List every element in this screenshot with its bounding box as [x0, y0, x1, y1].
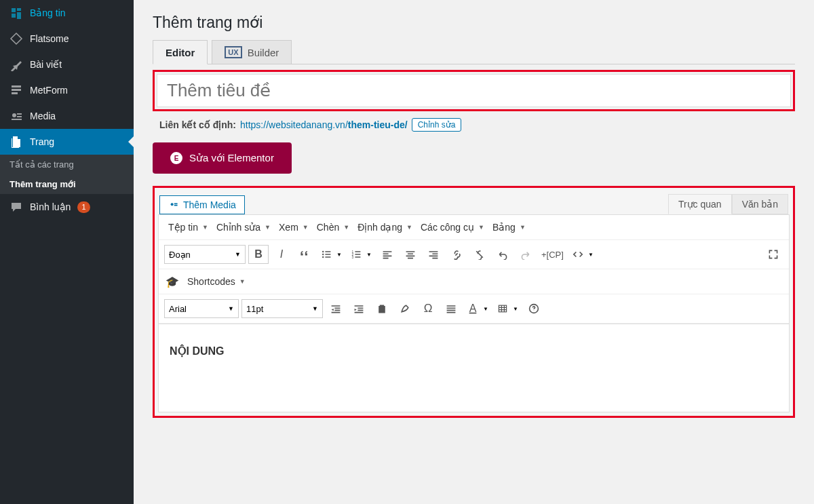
table-button[interactable]: ▼	[494, 298, 521, 319]
italic-button[interactable]: I	[271, 245, 292, 264]
sidebar-label: Media	[30, 111, 56, 121]
comment-badge: 1	[77, 201, 90, 213]
link-button[interactable]	[446, 245, 467, 264]
font-size-select[interactable]: 11pt▼	[241, 299, 323, 318]
sidebar-item-flatsome[interactable]: Flatsome	[0, 26, 134, 52]
elementor-icon: E	[170, 152, 182, 164]
tab-label: Builder	[248, 47, 279, 58]
elementor-label: Sửa với Elementor	[189, 152, 274, 164]
justify-button[interactable]	[441, 299, 461, 318]
graduation-cap-icon	[166, 275, 179, 288]
svg-text:3: 3	[352, 256, 354, 259]
sidebar-item-media[interactable]: Media	[0, 103, 134, 129]
undo-button[interactable]	[492, 245, 513, 264]
sidebar-sub-label: Thêm trang mới	[9, 179, 76, 189]
indent-button[interactable]	[349, 299, 369, 318]
title-input[interactable]	[157, 74, 791, 107]
menu-insert[interactable]: Chèn	[314, 220, 352, 234]
menu-file[interactable]: Tệp tin	[166, 220, 211, 234]
add-media-button[interactable]: Thêm Media	[159, 195, 245, 214]
sidebar-item-comments[interactable]: Bình luận 1	[0, 194, 134, 220]
permalink-url[interactable]: https://websitedanang.vn/them-tieu-de/	[240, 119, 408, 130]
shortcodes-menu[interactable]: Shortcodes	[185, 275, 248, 288]
toolbar-row-2: Arial▼ 11pt▼ Ω A▼ ▼	[159, 294, 789, 324]
page-title: Thêm trang mới	[153, 14, 795, 32]
editor-highlight: Thêm Media Trực quan Văn bản Tệp tin Chỉ…	[153, 186, 795, 418]
sidebar-item-metform[interactable]: MetForm	[0, 77, 134, 103]
comment-icon	[9, 200, 23, 214]
toolbar-row-1: Đoạn▼ B I ▼ 123▼ +[CP] ▼	[159, 240, 789, 269]
form-icon	[9, 83, 23, 97]
menu-format[interactable]: Định dạng	[355, 220, 415, 234]
menu-table[interactable]: Bảng	[490, 220, 528, 234]
blockquote-button[interactable]	[294, 245, 315, 264]
align-right-button[interactable]	[423, 245, 444, 264]
fullscreen-button[interactable]	[763, 245, 783, 264]
dashboard-icon	[9, 6, 23, 20]
numbered-list-button[interactable]: 123▼	[347, 244, 374, 265]
outdent-button[interactable]	[326, 299, 346, 318]
ux-icon: UX	[225, 46, 241, 58]
help-button[interactable]	[524, 299, 544, 318]
paste-button[interactable]	[372, 299, 392, 318]
menu-tools[interactable]: Các công cụ	[418, 220, 487, 234]
media-icon	[9, 109, 23, 123]
clear-format-button[interactable]	[395, 299, 415, 318]
diamond-icon	[9, 32, 23, 45]
sidebar-label: Bài viết	[30, 59, 62, 70]
editor-menu-bar: Tệp tin Chỉnh sửa Xem Chèn Định dạng Các…	[159, 215, 789, 240]
cp-button[interactable]: +[CP]	[539, 250, 566, 260]
sidebar-label: MetForm	[30, 85, 68, 96]
menu-edit[interactable]: Chỉnh sửa	[214, 220, 273, 234]
svg-point-2	[322, 251, 324, 252]
redo-button[interactable]	[516, 245, 536, 264]
view-tabs: Trực quan Văn bản	[668, 194, 788, 214]
tab-builder[interactable]: UX Builder	[212, 40, 292, 64]
bold-button[interactable]: B	[248, 245, 269, 264]
text-color-button[interactable]: A▼	[464, 298, 491, 319]
unlink-button[interactable]	[469, 245, 490, 264]
sidebar-sub-all-pages[interactable]: Tất cả các trang	[0, 155, 134, 174]
svg-point-0	[12, 113, 16, 117]
pin-icon	[9, 58, 23, 71]
view-tab-visual[interactable]: Trực quan	[668, 194, 732, 214]
permalink-row: Liên kết cố định: https://websitedanang.…	[159, 118, 795, 132]
toolbar: Tệp tin Chỉnh sửa Xem Chèn Định dạng Các…	[158, 214, 790, 412]
sidebar-item-posts[interactable]: Bài viết	[0, 52, 134, 77]
content-text: NỘI DUNG	[170, 345, 225, 357]
code-button[interactable]: ▼	[569, 244, 596, 265]
menu-view[interactable]: Xem	[276, 220, 311, 234]
special-char-button[interactable]: Ω	[418, 299, 438, 318]
font-family-select[interactable]: Arial▼	[164, 299, 239, 318]
shortcodes-row: Shortcodes	[159, 269, 789, 294]
editor-top-bar: Thêm Media Trực quan Văn bản	[158, 191, 790, 214]
editor-content-area[interactable]: NỘI DUNG	[159, 324, 789, 412]
format-select[interactable]: Đoạn▼	[164, 245, 246, 264]
svg-point-1	[171, 203, 174, 206]
add-media-label: Thêm Media	[183, 199, 236, 210]
svg-point-3	[322, 254, 324, 255]
sidebar-label: Flatsome	[30, 33, 69, 44]
sidebar-label: Bảng tin	[30, 7, 66, 18]
align-left-button[interactable]	[377, 245, 398, 264]
svg-point-4	[322, 256, 324, 258]
media-icon	[168, 199, 179, 210]
permalink-edit-button[interactable]: Chỉnh sửa	[412, 118, 462, 132]
sidebar-label: Bình luận	[30, 201, 71, 212]
bullet-list-button[interactable]: ▼	[317, 244, 345, 265]
sidebar-sub-label: Tất cả các trang	[9, 159, 74, 170]
align-center-button[interactable]	[400, 245, 421, 264]
sidebar-item-pages[interactable]: Trang	[0, 129, 134, 155]
admin-sidebar: Bảng tin Flatsome Bài viết MetForm Media…	[0, 0, 134, 504]
editor-tabs: Editor UX Builder	[153, 40, 795, 64]
elementor-button[interactable]: E Sửa với Elementor	[153, 142, 292, 174]
tab-label: Editor	[166, 47, 195, 58]
view-tab-text[interactable]: Văn bản	[732, 194, 788, 214]
svg-rect-8	[499, 305, 506, 312]
tab-editor[interactable]: Editor	[153, 40, 208, 64]
title-highlight	[153, 70, 795, 111]
sidebar-item-dashboard[interactable]: Bảng tin	[0, 0, 134, 26]
sidebar-sub-add-page[interactable]: Thêm trang mới	[0, 174, 134, 194]
main-content: Thêm trang mới Editor UX Builder Liên kế…	[134, 0, 814, 504]
sidebar-label: Trang	[30, 136, 54, 147]
